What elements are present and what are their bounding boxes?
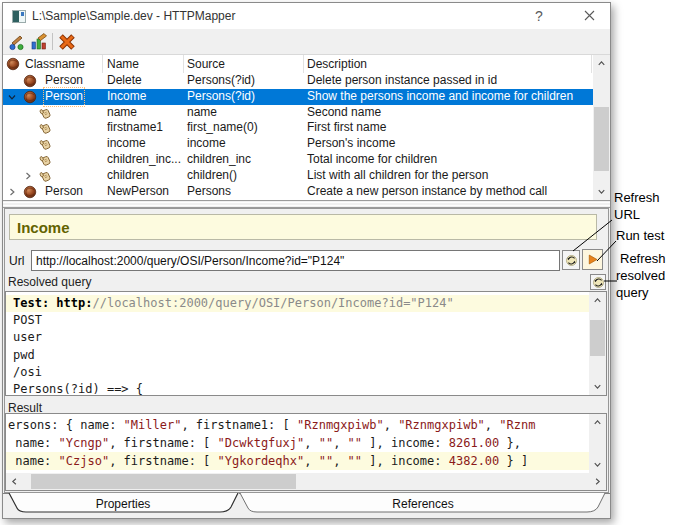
refresh-url-button[interactable]: [562, 250, 580, 270]
window-title: L:\Sample\Sample.dev - HTTPMapper: [32, 9, 235, 23]
column-header-classname[interactable]: Classname: [25, 57, 85, 71]
result-lines: ersons: { name: "Miller", firstname1: [ …: [6, 414, 589, 473]
table-vertical-scrollbar[interactable]: [593, 55, 610, 200]
table-row[interactable]: PersonNewPersonPersonsCreate a new perso…: [3, 184, 593, 200]
chevron-right-icon[interactable]: [22, 170, 34, 182]
column-divider: [591, 55, 592, 73]
cell-classname: Person: [45, 184, 83, 200]
attribute-icon: [39, 153, 53, 167]
screenshot-stage: L:\Sample\Sample.dev - HTTPMapper ?: [0, 0, 674, 525]
resolved-query-line: POST: [6, 312, 589, 329]
resolved-query-scrollbar[interactable]: [589, 292, 606, 395]
column-divider: [102, 55, 103, 73]
cell-source: Persons(?id): [187, 73, 255, 89]
chevron-left-icon: [9, 476, 20, 487]
annotation-refresh-resolved-line2: resolved: [616, 268, 665, 283]
run-test-button[interactable]: [582, 249, 603, 270]
method-title-banner: Income: [9, 214, 597, 240]
table-row[interactable]: firstname1first_name(0)First first name: [3, 120, 593, 136]
refresh-icon: [592, 276, 605, 289]
cell-description: List with all children for the person: [307, 168, 488, 184]
cell-description: Show the persons income and income for c…: [307, 89, 573, 105]
column-header-name[interactable]: Name: [107, 57, 139, 71]
refresh-icon: [565, 254, 578, 267]
result-box[interactable]: ersons: { name: "Miller", firstname1: [ …: [5, 413, 607, 491]
detail-panel: Income Url Resolved query Test: http://l…: [4, 208, 609, 493]
cell-source: Persons(?id): [187, 89, 255, 105]
table-row[interactable]: children_inc...children_incTotal income …: [3, 152, 593, 168]
result-line: ersons: { name: "Miller", firstname1: [ …: [6, 416, 589, 434]
scroll-down-button[interactable]: [589, 378, 606, 395]
httpmapper-window: L:\Sample\Sample.dev - HTTPMapper ?: [2, 2, 611, 519]
scroll-up-button[interactable]: [589, 292, 606, 309]
cell-name: children: [107, 168, 185, 184]
annotation-refresh-url-line2: URL: [614, 207, 640, 222]
new-item-button[interactable]: [7, 32, 27, 52]
chevron-down-icon: [592, 459, 603, 470]
cell-name: income: [107, 136, 185, 152]
cell-classname: Person: [45, 73, 83, 89]
scrollbar-thumb[interactable]: [31, 474, 296, 489]
table-row[interactable]: childrenchildren()List with all children…: [3, 168, 593, 184]
scrollbar-thumb[interactable]: [594, 107, 609, 171]
scroll-left-button[interactable]: [6, 473, 23, 490]
chevron-right-icon: [592, 476, 603, 487]
annotation-refresh-resolved-line3: query: [616, 285, 649, 300]
table-row[interactable]: incomeincomePerson's income: [3, 136, 593, 152]
chevron-down-icon[interactable]: [6, 91, 18, 103]
table-row[interactable]: PersonDeletePersons(?id)Delete person in…: [3, 73, 593, 89]
refresh-resolved-query-button[interactable]: [590, 274, 606, 290]
play-icon: [586, 253, 599, 266]
column-header-source[interactable]: Source: [187, 57, 225, 71]
cell-source: first_name(0): [187, 120, 258, 136]
result-line: name: "Czjso", firstname: [ "Ygkordeqhx"…: [6, 452, 589, 470]
chevron-right-icon[interactable]: [6, 186, 18, 198]
cell-name: firstname1: [107, 120, 185, 136]
url-label: Url: [9, 254, 24, 268]
annotation-refresh-resolved-line1: Refresh: [620, 251, 666, 266]
help-button[interactable]: ?: [527, 6, 551, 26]
edit-item-button[interactable]: [29, 32, 49, 52]
scroll-down-button[interactable]: [593, 183, 610, 200]
scrollbar-thumb[interactable]: [590, 320, 605, 356]
close-button[interactable]: [577, 6, 601, 26]
close-icon: [584, 10, 595, 21]
tab-properties-label[interactable]: Properties: [96, 497, 151, 511]
attribute-icon: [39, 106, 53, 120]
edit-item-icon: [29, 32, 49, 52]
cell-name: name: [107, 105, 185, 121]
cell-description: Create a new person instance by method c…: [307, 184, 547, 200]
splitter[interactable]: [3, 200, 610, 208]
toolbar-separator: [52, 33, 53, 50]
scroll-up-button[interactable]: [593, 55, 610, 72]
resolved-query-line: /osi: [6, 364, 589, 381]
table-row[interactable]: namenameSecond name: [3, 105, 593, 121]
cell-source: children_inc: [187, 152, 251, 168]
result-horizontal-scrollbar[interactable]: [6, 473, 606, 490]
chevron-down-icon: [592, 381, 603, 392]
new-item-icon: [7, 32, 27, 52]
cell-source: name: [187, 105, 217, 121]
resolved-query-line: Test: http://localhost:2000/query/OSI/Pe…: [6, 295, 589, 312]
table-row[interactable]: PersonIncomePersons(?id)Show the persons…: [3, 89, 593, 105]
result-vertical-scrollbar[interactable]: [589, 414, 606, 473]
url-input[interactable]: [31, 250, 560, 271]
delete-button[interactable]: [57, 32, 77, 52]
cell-source: Persons: [187, 184, 231, 200]
method-title: Income: [17, 219, 70, 236]
annotation-refresh-url-line1: Refresh: [614, 190, 660, 205]
scroll-down-button[interactable]: [589, 456, 606, 473]
tab-references-label[interactable]: References: [392, 497, 453, 511]
resolved-query-box[interactable]: Test: http://localhost:2000/query/OSI/Pe…: [5, 291, 607, 396]
chevron-down-icon: [596, 186, 607, 197]
scroll-up-button[interactable]: [589, 414, 606, 431]
column-divider: [303, 55, 304, 73]
cell-name: children_inc...: [107, 152, 185, 168]
scroll-right-button[interactable]: [589, 473, 606, 490]
title-bar[interactable]: L:\Sample\Sample.dev - HTTPMapper ?: [3, 3, 610, 29]
column-header-description[interactable]: Description: [307, 57, 367, 71]
attribute-icon: [39, 137, 53, 151]
mapping-table: Classname Name Source Description Person…: [3, 55, 610, 200]
table-header[interactable]: Classname Name Source Description: [3, 55, 593, 73]
resolved-query-label: Resolved query: [8, 275, 91, 289]
